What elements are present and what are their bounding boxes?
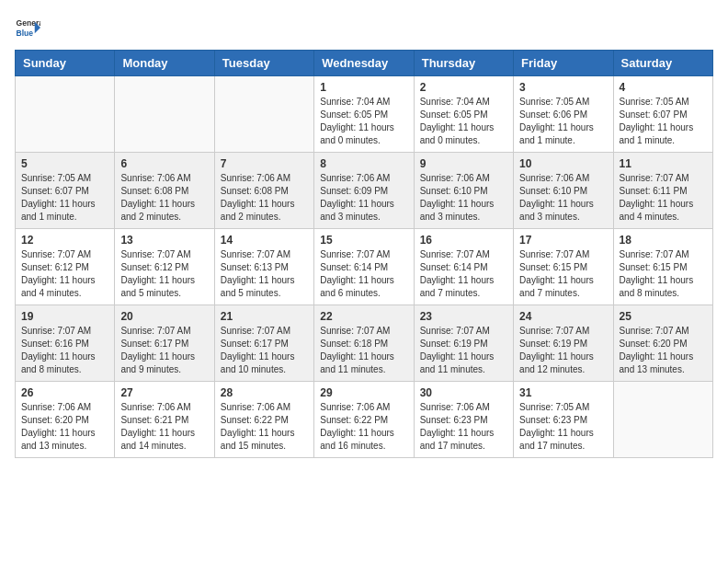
day-info: Sunrise: 7:05 AM Sunset: 6:23 PM Dayligh… (519, 401, 607, 453)
day-number: 4 (620, 81, 707, 94)
header-monday: Monday (115, 51, 214, 76)
day-number: 13 (120, 234, 208, 247)
day-info: Sunrise: 7:04 AM Sunset: 6:05 PM Dayligh… (320, 96, 407, 147)
calendar-week-3: 19Sunrise: 7:07 AM Sunset: 6:16 PM Dayli… (16, 305, 713, 382)
calendar-header-row: SundayMondayTuesdayWednesdayThursdayFrid… (16, 51, 713, 76)
calendar-cell: 23Sunrise: 7:07 AM Sunset: 6:19 PM Dayli… (414, 305, 513, 382)
calendar-week-4: 26Sunrise: 7:06 AM Sunset: 6:20 PM Dayli… (16, 382, 713, 458)
calendar-cell: 19Sunrise: 7:07 AM Sunset: 6:16 PM Dayli… (16, 305, 115, 382)
day-number: 18 (620, 234, 707, 247)
day-number: 20 (120, 310, 208, 323)
calendar-cell (16, 76, 115, 153)
calendar-cell: 10Sunrise: 7:06 AM Sunset: 6:10 PM Dayli… (514, 153, 613, 229)
day-number: 12 (21, 234, 108, 247)
calendar-cell (613, 382, 712, 458)
day-info: Sunrise: 7:07 AM Sunset: 6:15 PM Dayligh… (519, 248, 607, 300)
day-info: Sunrise: 7:07 AM Sunset: 6:12 PM Dayligh… (120, 248, 208, 300)
logo-icon: General Blue (15, 15, 40, 40)
calendar-cell: 17Sunrise: 7:07 AM Sunset: 6:15 PM Dayli… (514, 229, 613, 305)
day-number: 21 (221, 310, 308, 323)
day-number: 6 (120, 157, 208, 170)
calendar-cell: 27Sunrise: 7:06 AM Sunset: 6:21 PM Dayli… (115, 382, 214, 458)
calendar-cell: 13Sunrise: 7:07 AM Sunset: 6:12 PM Dayli… (115, 229, 214, 305)
day-info: Sunrise: 7:06 AM Sunset: 6:10 PM Dayligh… (420, 172, 507, 224)
day-info: Sunrise: 7:07 AM Sunset: 6:19 PM Dayligh… (420, 325, 507, 376)
day-info: Sunrise: 7:05 AM Sunset: 6:06 PM Dayligh… (519, 96, 607, 147)
day-number: 26 (21, 386, 108, 399)
day-number: 22 (320, 310, 407, 323)
day-info: Sunrise: 7:06 AM Sunset: 6:21 PM Dayligh… (120, 401, 208, 453)
calendar-cell: 4Sunrise: 7:05 AM Sunset: 6:07 PM Daylig… (613, 76, 712, 153)
header-saturday: Saturday (613, 51, 712, 76)
day-number: 16 (420, 234, 507, 247)
calendar-cell: 28Sunrise: 7:06 AM Sunset: 6:22 PM Dayli… (214, 382, 313, 458)
header-wednesday: Wednesday (314, 51, 414, 76)
calendar-cell: 24Sunrise: 7:07 AM Sunset: 6:19 PM Dayli… (514, 305, 613, 382)
calendar-cell: 30Sunrise: 7:06 AM Sunset: 6:23 PM Dayli… (414, 382, 513, 458)
calendar-cell: 29Sunrise: 7:06 AM Sunset: 6:22 PM Dayli… (314, 382, 414, 458)
day-info: Sunrise: 7:05 AM Sunset: 6:07 PM Dayligh… (620, 96, 707, 147)
day-number: 10 (519, 157, 607, 170)
calendar-cell: 31Sunrise: 7:05 AM Sunset: 6:23 PM Dayli… (514, 382, 613, 458)
day-number: 15 (320, 234, 407, 247)
day-info: Sunrise: 7:04 AM Sunset: 6:05 PM Dayligh… (420, 96, 507, 147)
day-info: Sunrise: 7:06 AM Sunset: 6:23 PM Dayligh… (420, 401, 507, 453)
page-header: General Blue (15, 15, 713, 40)
calendar-cell: 9Sunrise: 7:06 AM Sunset: 6:10 PM Daylig… (414, 153, 513, 229)
day-info: Sunrise: 7:07 AM Sunset: 6:16 PM Dayligh… (21, 325, 108, 376)
calendar-cell: 20Sunrise: 7:07 AM Sunset: 6:17 PM Dayli… (115, 305, 214, 382)
calendar-table: SundayMondayTuesdayWednesdayThursdayFrid… (15, 50, 713, 458)
day-info: Sunrise: 7:06 AM Sunset: 6:22 PM Dayligh… (320, 401, 407, 453)
svg-text:Blue: Blue (17, 29, 34, 38)
calendar-cell: 21Sunrise: 7:07 AM Sunset: 6:17 PM Dayli… (214, 305, 313, 382)
day-info: Sunrise: 7:07 AM Sunset: 6:15 PM Dayligh… (620, 248, 707, 300)
day-info: Sunrise: 7:07 AM Sunset: 6:17 PM Dayligh… (120, 325, 208, 376)
calendar-cell: 5Sunrise: 7:05 AM Sunset: 6:07 PM Daylig… (16, 153, 115, 229)
day-number: 7 (221, 157, 308, 170)
calendar-cell: 2Sunrise: 7:04 AM Sunset: 6:05 PM Daylig… (414, 76, 513, 153)
day-info: Sunrise: 7:07 AM Sunset: 6:11 PM Dayligh… (620, 172, 707, 224)
calendar-week-0: 1Sunrise: 7:04 AM Sunset: 6:05 PM Daylig… (16, 76, 713, 153)
day-number: 9 (420, 157, 507, 170)
calendar-cell: 1Sunrise: 7:04 AM Sunset: 6:05 PM Daylig… (314, 76, 414, 153)
logo: General Blue (15, 15, 44, 40)
calendar-cell: 22Sunrise: 7:07 AM Sunset: 6:18 PM Dayli… (314, 305, 414, 382)
day-number: 17 (519, 234, 607, 247)
calendar-cell: 16Sunrise: 7:07 AM Sunset: 6:14 PM Dayli… (414, 229, 513, 305)
day-info: Sunrise: 7:07 AM Sunset: 6:14 PM Dayligh… (420, 248, 507, 300)
calendar-cell: 14Sunrise: 7:07 AM Sunset: 6:13 PM Dayli… (214, 229, 313, 305)
day-number: 25 (620, 310, 707, 323)
day-info: Sunrise: 7:07 AM Sunset: 6:14 PM Dayligh… (320, 248, 407, 300)
day-number: 5 (21, 157, 108, 170)
calendar-cell: 6Sunrise: 7:06 AM Sunset: 6:08 PM Daylig… (115, 153, 214, 229)
day-number: 3 (519, 81, 607, 94)
day-info: Sunrise: 7:06 AM Sunset: 6:09 PM Dayligh… (320, 172, 407, 224)
day-info: Sunrise: 7:06 AM Sunset: 6:08 PM Dayligh… (120, 172, 208, 224)
day-number: 23 (420, 310, 507, 323)
calendar-cell: 26Sunrise: 7:06 AM Sunset: 6:20 PM Dayli… (16, 382, 115, 458)
day-info: Sunrise: 7:07 AM Sunset: 6:13 PM Dayligh… (221, 248, 308, 300)
day-info: Sunrise: 7:06 AM Sunset: 6:08 PM Dayligh… (221, 172, 308, 224)
calendar-cell (115, 76, 214, 153)
day-number: 29 (320, 386, 407, 399)
day-number: 14 (221, 234, 308, 247)
day-info: Sunrise: 7:07 AM Sunset: 6:17 PM Dayligh… (221, 325, 308, 376)
calendar-cell (214, 76, 313, 153)
calendar-cell: 15Sunrise: 7:07 AM Sunset: 6:14 PM Dayli… (314, 229, 414, 305)
header-sunday: Sunday (16, 51, 115, 76)
day-number: 2 (420, 81, 507, 94)
calendar-cell: 11Sunrise: 7:07 AM Sunset: 6:11 PM Dayli… (613, 153, 712, 229)
calendar-cell: 25Sunrise: 7:07 AM Sunset: 6:20 PM Dayli… (613, 305, 712, 382)
calendar-week-1: 5Sunrise: 7:05 AM Sunset: 6:07 PM Daylig… (16, 153, 713, 229)
day-number: 8 (320, 157, 407, 170)
day-info: Sunrise: 7:06 AM Sunset: 6:22 PM Dayligh… (221, 401, 308, 453)
day-number: 28 (221, 386, 308, 399)
day-number: 31 (519, 386, 607, 399)
calendar-cell: 18Sunrise: 7:07 AM Sunset: 6:15 PM Dayli… (613, 229, 712, 305)
calendar-cell: 7Sunrise: 7:06 AM Sunset: 6:08 PM Daylig… (214, 153, 313, 229)
calendar-week-2: 12Sunrise: 7:07 AM Sunset: 6:12 PM Dayli… (16, 229, 713, 305)
header-tuesday: Tuesday (214, 51, 313, 76)
day-info: Sunrise: 7:07 AM Sunset: 6:12 PM Dayligh… (21, 248, 108, 300)
day-info: Sunrise: 7:05 AM Sunset: 6:07 PM Dayligh… (21, 172, 108, 224)
calendar-cell: 8Sunrise: 7:06 AM Sunset: 6:09 PM Daylig… (314, 153, 414, 229)
